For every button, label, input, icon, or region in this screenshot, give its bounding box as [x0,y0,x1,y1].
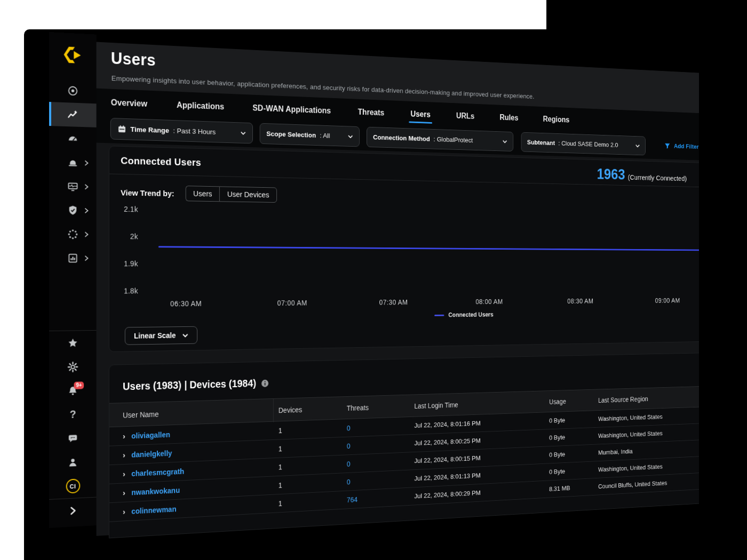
column-header-last-login[interactable]: Last Login Time [410,398,545,410]
help-button[interactable]: ? [49,402,97,427]
trend-user-devices-button[interactable]: User Devices [219,186,277,203]
add-filter-button[interactable]: Add Filter [664,142,698,150]
users-table: User Name Devices Threats Last Login Tim… [109,385,699,522]
threats-link[interactable]: 0 [342,422,410,432]
chevron-down-icon [235,131,246,135]
filter-value: : Cloud SASE Demo 2.0 [558,140,618,149]
usage-cell: 0 Byte [545,466,594,476]
help-icon: ? [70,409,76,421]
chevron-right-icon [84,254,89,262]
tab-rules[interactable]: Rules [499,113,518,123]
chevron-down-icon [631,143,640,148]
gauge-icon [67,133,79,145]
tab-overview[interactable]: Overview [111,98,147,109]
filter-label: Time Range [130,125,169,134]
tab-regions[interactable]: Regions [543,115,570,124]
user-link[interactable]: colinnewman [131,505,176,515]
scope-selection-filter[interactable]: Scope Selection : All [260,123,360,147]
sidebar-item-reports[interactable] [49,246,97,270]
settings-button[interactable] [49,354,97,379]
devices-cell: 1 [274,424,342,435]
sidebar-item-gauge[interactable] [49,126,97,151]
feedback-button[interactable] [49,426,97,451]
devices-cell: 1 [274,496,342,508]
users-table-card: Users (1983) | Devices (1984) User Name … [109,352,699,538]
favorites-button[interactable] [49,331,97,355]
row-expand-icon[interactable]: › [123,432,125,440]
region-cell: Mumbai, India [594,443,699,456]
chat-bubble-icon [67,433,79,445]
chevron-down-icon [182,333,188,338]
threats-link[interactable]: 0 [342,475,410,486]
page-title: Users [111,49,156,70]
threats-link[interactable]: 0 [342,457,410,468]
star-icon [67,337,79,349]
gear-icon [67,361,79,372]
notification-badge: 9+ [74,381,84,389]
trend-users-button[interactable]: Users [185,186,219,202]
dashboard-clip: 9+ ? CI [24,29,699,560]
subtenant-filter[interactable]: Subtenant : Cloud SASE Demo 2.0 [521,132,646,156]
brand-logo-icon [61,44,83,66]
connection-method-filter[interactable]: Connection Method : GlobalProtect [367,127,513,151]
threats-link[interactable]: 0 [342,439,410,450]
tab-users[interactable]: Users [410,110,430,119]
main-panel: Users Empowering insights into user beha… [97,42,699,536]
column-header-usage[interactable]: Usage [545,397,594,406]
sidebar-item-workflows[interactable] [49,222,97,246]
threats-link[interactable]: 764 [342,492,410,504]
sidebar-item-alerts[interactable] [49,150,97,175]
tab-applications[interactable]: Applications [177,100,224,111]
notifications-button[interactable]: 9+ [49,378,97,403]
tab-threats[interactable]: Threats [358,108,385,118]
row-expand-icon[interactable]: › [123,489,125,497]
user-link[interactable]: charlesmcgrath [131,467,184,477]
activity-insights-icon [67,109,79,121]
row-expand-icon[interactable]: › [123,470,125,478]
person-icon [67,456,79,468]
user-link[interactable]: danielgkelly [131,449,172,459]
tab-sdwan-applications[interactable]: SD-WAN Applications [252,103,331,116]
report-chart-icon [67,252,79,264]
chevron-right-icon [84,183,89,190]
filter-label: Subtenant [527,139,555,147]
filter-value: : Past 3 Hours [173,127,216,136]
column-header-threats[interactable]: Threats [342,402,410,412]
sidebar-item-security[interactable] [49,198,97,222]
user-link[interactable]: oliviagallen [131,430,170,440]
time-range-filter[interactable]: Time Range : Past 3 Hours [110,118,253,143]
tenant-avatar[interactable]: CI [49,473,97,499]
sidebar-item-monitor[interactable] [49,174,97,198]
table-title: Users (1983) | Devices (1984) [123,378,256,393]
info-icon[interactable] [261,379,268,388]
avatar: CI [66,478,80,493]
canvas-mask-top-right [546,0,747,30]
dashboard: 9+ ? CI [49,32,699,560]
y-axis-tick: 2k [115,232,138,241]
last-login-cell: Jul 22, 2024, 8:00:29 PM [410,486,545,500]
column-header-devices[interactable]: Devices [274,404,342,414]
sidebar-item-activity-insights[interactable] [49,102,97,127]
connected-users-card: Connected Users 1963 (Currently Connecte… [109,146,699,352]
x-axis-tick: 07:00 AM [277,299,307,307]
legend-line-swatch [434,314,444,316]
dotted-circle-icon [67,228,79,240]
column-header-region[interactable]: Last Source Region [594,393,699,404]
chevron-right-icon [84,230,89,238]
linear-scale-dropdown[interactable]: Linear Scale [125,326,197,345]
connected-count: 1963 (Currently Connected) [597,166,687,185]
last-login-cell: Jul 22, 2024, 8:01:13 PM [410,469,545,483]
profile-button[interactable] [49,450,97,475]
row-expand-icon[interactable]: › [123,508,125,516]
devices-cell: 1 [274,478,342,489]
sidebar-item-radar[interactable] [49,78,97,103]
sidebar-expand-button[interactable] [49,498,97,524]
trend-toggle: Users User Devices [185,186,277,203]
last-login-cell: Jul 22, 2024, 8:00:15 PM [410,452,545,465]
chevron-right-icon [84,206,89,214]
row-expand-icon[interactable]: › [123,451,125,459]
tab-urls[interactable]: URLs [456,111,474,121]
user-link[interactable]: nwankwokanu [131,486,180,497]
siren-icon [67,156,79,168]
view-trend-row: View Trend by: Users User Devices [121,185,277,203]
